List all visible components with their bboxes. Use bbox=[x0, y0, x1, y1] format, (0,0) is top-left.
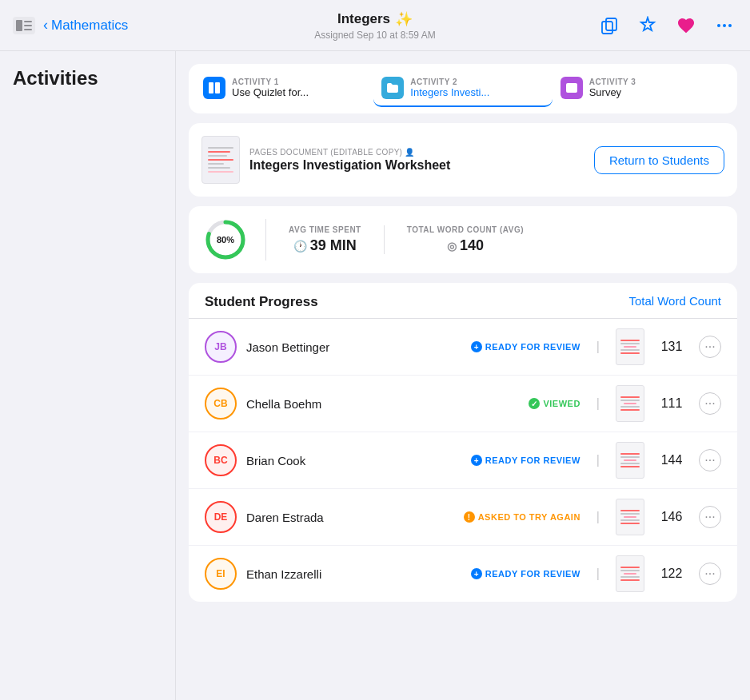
doc-card-left: Pages Document (Editable Copy) 👤 Integer… bbox=[201, 136, 450, 184]
more-options-button[interactable] bbox=[712, 13, 737, 38]
more-button-2[interactable]: ··· bbox=[699, 449, 721, 471]
word-count-2: 144 bbox=[657, 453, 686, 467]
svg-rect-3 bbox=[24, 25, 32, 26]
progress-label: 80% bbox=[217, 235, 234, 245]
main-layout: Activities Activity 1 Use Quizlet for... bbox=[0, 51, 750, 700]
word-count-0: 131 bbox=[657, 340, 686, 354]
mini-thumb-2 bbox=[616, 442, 644, 479]
status-text-3: ASKED TO TRY AGAIN bbox=[478, 512, 580, 522]
tab-2-num: Activity 2 bbox=[410, 78, 489, 86]
chevron-left-icon: ‹ bbox=[43, 17, 48, 34]
svg-rect-1 bbox=[16, 20, 22, 31]
heart-button[interactable] bbox=[673, 13, 699, 38]
student-name-0: Jason Bettinger bbox=[246, 340, 329, 354]
activities-tabs: Activity 1 Use Quizlet for... Activity 2… bbox=[189, 64, 737, 113]
sidebar-toggle-button[interactable] bbox=[13, 17, 35, 34]
back-button[interactable]: ‹ Mathematics bbox=[43, 17, 128, 34]
progress-pct-text: 80% bbox=[217, 235, 234, 245]
top-bar-right bbox=[561, 13, 737, 38]
student-name-2: Brian Cook bbox=[246, 454, 305, 467]
document-card: Pages Document (Editable Copy) 👤 Integer… bbox=[189, 123, 737, 197]
word-count-3: 146 bbox=[657, 510, 686, 524]
svg-point-7 bbox=[717, 24, 720, 27]
svg-rect-10 bbox=[209, 82, 213, 93]
student-left-0: JB Jason Bettinger bbox=[205, 331, 389, 363]
student-name-1: Chella Boehm bbox=[246, 397, 321, 411]
tab-1-labels: Activity 1 Use Quizlet for... bbox=[232, 78, 309, 98]
tab-3-icon bbox=[561, 77, 583, 99]
status-badge-2: + READY FOR REVIEW bbox=[471, 455, 580, 466]
doc-info: Pages Document (Editable Copy) 👤 Integer… bbox=[249, 148, 450, 173]
avg-time-label: Avg Time Spent bbox=[289, 225, 361, 234]
avatar-1: CB bbox=[205, 388, 237, 420]
svg-rect-5 bbox=[602, 22, 612, 34]
avatar-2: BC bbox=[205, 444, 237, 476]
student-progress-header: Student Progress Total Word Count bbox=[189, 283, 737, 319]
tab-2-icon bbox=[381, 77, 404, 99]
word-count-number: 140 bbox=[460, 237, 484, 254]
avatar-0: JB bbox=[205, 331, 237, 363]
mini-thumb-1 bbox=[616, 385, 644, 422]
student-left-1: CB Chella Boehm bbox=[205, 388, 389, 420]
student-row: BC Brian Cook + READY FOR REVIEW | bbox=[189, 432, 737, 489]
svg-point-9 bbox=[728, 24, 732, 27]
student-right-2: + READY FOR REVIEW | 144 ··· bbox=[389, 442, 721, 479]
avatar-initials-4: EI bbox=[216, 568, 225, 579]
tab-2-labels: Activity 2 Integers Investi... bbox=[410, 78, 489, 98]
student-right-1: ✓ VIEWED | 111 ··· bbox=[389, 385, 721, 422]
doc-thumbnail bbox=[201, 136, 240, 184]
document-title: Integers ✨ bbox=[189, 10, 561, 28]
status-text-1: VIEWED bbox=[543, 399, 580, 408]
tab-3-num: Activity 3 bbox=[589, 78, 636, 86]
top-bar: ‹ Mathematics Integers ✨ Assigned Sep 10… bbox=[0, 0, 750, 51]
avatar-3: DE bbox=[205, 501, 237, 533]
back-label: Mathematics bbox=[51, 18, 128, 34]
sidebar: Activities bbox=[0, 51, 176, 700]
mini-thumb-3 bbox=[616, 499, 644, 535]
tab-1-icon bbox=[203, 77, 225, 99]
total-word-count-header: Total Word Count bbox=[389, 294, 721, 310]
avatar-initials-3: DE bbox=[214, 511, 228, 523]
more-button-3[interactable]: ··· bbox=[699, 506, 721, 528]
student-row: CB Chella Boehm ✓ VIEWED | 111 bbox=[189, 376, 737, 432]
svg-point-8 bbox=[723, 24, 726, 27]
doc-name: Integers Investigation Worksheet bbox=[249, 158, 450, 173]
avg-time-value: 🕐 39 MIN bbox=[293, 237, 357, 254]
sidebar-title: Activities bbox=[13, 67, 162, 89]
return-to-students-button[interactable]: Return to Students bbox=[594, 146, 724, 174]
student-name-3: Daren Estrada bbox=[246, 511, 324, 524]
tab-activity-2[interactable]: Activity 2 Integers Investi... bbox=[373, 70, 552, 107]
top-bar-left: ‹ Mathematics bbox=[13, 17, 189, 34]
pin-button[interactable] bbox=[635, 13, 660, 38]
more-button-0[interactable]: ··· bbox=[699, 336, 721, 358]
status-badge-4: + READY FOR REVIEW bbox=[471, 568, 580, 579]
title-text: Integers bbox=[337, 11, 390, 27]
student-progress-section: Student Progress Total Word Count JB Jas… bbox=[189, 283, 737, 602]
avatar-initials-2: BC bbox=[213, 455, 227, 466]
tab-2-name: Integers Investi... bbox=[410, 86, 489, 98]
status-dot-2: + bbox=[471, 455, 482, 466]
status-dot-3: ! bbox=[464, 511, 475, 523]
tab-activity-3[interactable]: Activity 3 Survey bbox=[553, 70, 731, 107]
status-dot-1: ✓ bbox=[529, 398, 540, 409]
tab-activity-1[interactable]: Activity 1 Use Quizlet for... bbox=[195, 70, 373, 107]
student-right-4: + READY FOR REVIEW | 122 ··· bbox=[389, 555, 721, 592]
document-subtitle: Assigned Sep 10 at 8:59 AM bbox=[189, 30, 561, 41]
more-button-4[interactable]: ··· bbox=[699, 563, 721, 585]
student-right-3: ! ASKED TO TRY AGAIN | 146 ··· bbox=[389, 499, 721, 535]
progress-circle: 80% bbox=[205, 219, 246, 261]
top-bar-center: Integers ✨ Assigned Sep 10 at 8:59 AM bbox=[189, 10, 561, 41]
status-dot-0: + bbox=[471, 341, 482, 352]
duplicate-button[interactable] bbox=[596, 13, 622, 38]
more-button-1[interactable]: ··· bbox=[699, 392, 721, 415]
student-right-0: + READY FOR REVIEW | 131 ··· bbox=[389, 328, 721, 365]
doc-type-label: Pages Document (Editable Copy) 👤 bbox=[249, 148, 450, 157]
avatar-4: EI bbox=[205, 558, 237, 590]
progress-circle-wrap: 80% bbox=[205, 219, 266, 261]
svg-rect-12 bbox=[566, 83, 577, 93]
status-text-0: READY FOR REVIEW bbox=[485, 342, 580, 352]
status-text-2: READY FOR REVIEW bbox=[485, 455, 580, 465]
word-count-1: 111 bbox=[657, 396, 686, 411]
word-count-stat: Total Word Count (Avg) ◎ 140 bbox=[385, 225, 546, 254]
word-count-label: Total Word Count (Avg) bbox=[407, 225, 524, 234]
